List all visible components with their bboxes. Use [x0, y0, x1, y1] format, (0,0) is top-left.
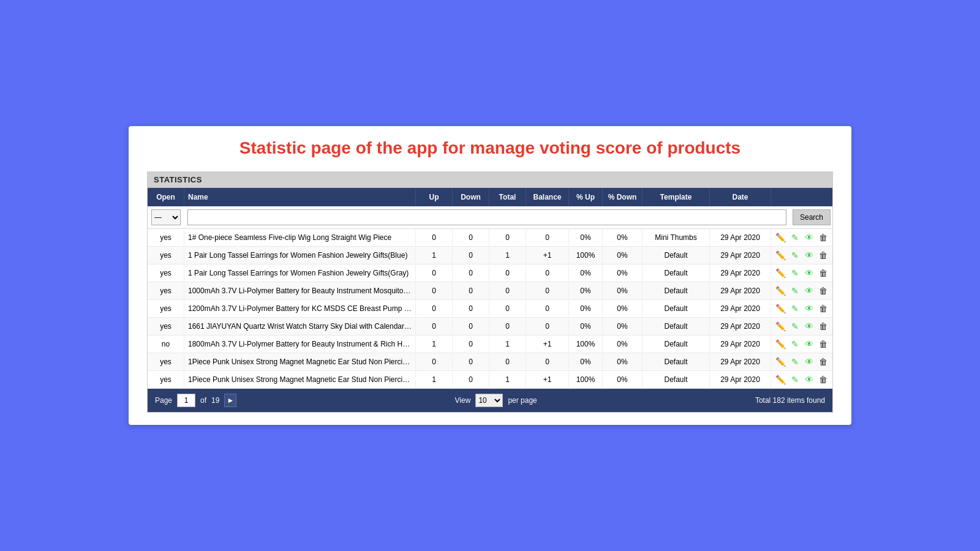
view-icon[interactable]: 👁	[803, 268, 815, 278]
cell-actions: ✏️ ✎ 👁 🗑	[771, 229, 832, 246]
edit-icon[interactable]: ✏️	[775, 321, 786, 331]
cell-open: yes	[148, 372, 184, 388]
cell-pdown: 0%	[603, 230, 643, 246]
cell-template: Default	[643, 372, 710, 388]
table-row: yes 1Piece Punk Unisex Strong Magnet Mag…	[148, 371, 832, 389]
edit-icon[interactable]: ✏️	[775, 250, 786, 260]
name-filter-input[interactable]	[187, 209, 786, 225]
cell-pup: 0%	[569, 230, 603, 246]
open-filter-select[interactable]: — yes no	[151, 209, 181, 225]
cell-total: 1	[489, 336, 526, 352]
cell-up: 0	[416, 301, 453, 317]
th-name: Name	[184, 188, 416, 206]
cell-total: 0	[489, 283, 526, 299]
cell-balance: 0	[526, 354, 569, 370]
edit-icon[interactable]: ✏️	[775, 233, 786, 242]
cell-pup: 0%	[569, 283, 603, 299]
delete-icon[interactable]: 🗑	[817, 321, 829, 331]
cell-pdown: 0%	[603, 301, 643, 317]
edit-icon[interactable]: ✏️	[775, 304, 786, 313]
view-icon[interactable]: 👁	[803, 339, 815, 349]
cell-open: yes	[148, 318, 184, 334]
quick-edit-icon[interactable]: ✎	[789, 339, 801, 349]
table-header: Open Name Up Down Total Balance % Up % D…	[148, 188, 832, 206]
cell-open: yes	[148, 230, 184, 246]
quick-edit-icon[interactable]: ✎	[789, 321, 801, 331]
cell-pdown: 0%	[603, 318, 643, 334]
quick-edit-icon[interactable]: ✎	[789, 268, 801, 278]
edit-icon[interactable]: ✏️	[775, 339, 786, 349]
cell-up: 1	[416, 247, 453, 263]
cell-date: 29 Apr 2020	[710, 265, 771, 281]
next-page-button[interactable]: ►	[224, 394, 236, 407]
edit-icon[interactable]: ✏️	[775, 268, 786, 278]
view-icon[interactable]: 👁	[803, 321, 815, 331]
view-icon[interactable]: 👁	[803, 357, 815, 367]
th-date: Date	[710, 188, 771, 206]
cell-pup: 100%	[569, 336, 603, 352]
quick-edit-icon[interactable]: ✎	[789, 286, 801, 296]
delete-icon[interactable]: 🗑	[817, 357, 829, 367]
edit-icon[interactable]: ✏️	[775, 375, 786, 384]
per-page-label: per page	[508, 396, 537, 405]
cell-open: yes	[148, 354, 184, 370]
delete-icon[interactable]: 🗑	[817, 286, 829, 296]
cell-open: no	[148, 336, 184, 352]
cell-balance: +1	[526, 372, 569, 388]
delete-icon[interactable]: 🗑	[817, 339, 829, 349]
cell-down: 0	[453, 318, 489, 334]
cell-open: yes	[148, 301, 184, 317]
quick-edit-icon[interactable]: ✎	[789, 357, 801, 367]
cell-balance: +1	[526, 336, 569, 352]
cell-actions: ✏️ ✎ 👁 🗑	[771, 318, 832, 335]
table-row: yes 1# One-piece Seamless Five-clip Wig …	[148, 229, 832, 247]
cell-total: 0	[489, 354, 526, 370]
per-page-select[interactable]: 10 25 50	[475, 394, 503, 407]
delete-icon[interactable]: 🗑	[817, 250, 829, 260]
view-icon[interactable]: 👁	[803, 375, 815, 384]
cell-pdown: 0%	[603, 372, 643, 388]
cell-actions: ✏️ ✎ 👁 🗑	[771, 371, 832, 388]
total-pages-of: of	[200, 396, 206, 405]
cell-balance: 0	[526, 318, 569, 334]
quick-edit-icon[interactable]: ✎	[789, 304, 801, 313]
delete-icon[interactable]: 🗑	[817, 375, 829, 384]
cell-up: 0	[416, 230, 453, 246]
cell-template: Default	[643, 301, 710, 317]
quick-edit-icon[interactable]: ✎	[789, 375, 801, 384]
view-icon[interactable]: 👁	[803, 233, 815, 242]
table-row: yes 1 Pair Long Tassel Earrings for Wome…	[148, 247, 832, 264]
edit-icon[interactable]: ✏️	[775, 286, 786, 296]
cell-name: 1 Pair Long Tassel Earrings for Women Fa…	[184, 265, 416, 281]
cell-pdown: 0%	[603, 336, 643, 352]
footer-bar: Page of 19 ► View 10 25 50 per page Tota…	[148, 389, 832, 412]
th-pdown: % Down	[603, 188, 643, 206]
view-icon[interactable]: 👁	[803, 304, 815, 313]
cell-pup: 0%	[569, 318, 603, 334]
cell-name: 1 Pair Long Tassel Earrings for Women Fa…	[184, 247, 416, 263]
delete-icon[interactable]: 🗑	[817, 268, 829, 278]
cell-name: 1800mAh 3.7V Li-Polymer Battery for Beau…	[184, 336, 416, 352]
cell-total: 0	[489, 318, 526, 334]
cell-pup: 0%	[569, 354, 603, 370]
cell-name: 1000mAh 3.7V Li-Polymer Battery for Beau…	[184, 283, 416, 299]
current-page-input[interactable]	[177, 394, 195, 407]
edit-icon[interactable]: ✏️	[775, 357, 786, 367]
page-label: Page	[155, 396, 172, 405]
cell-date: 29 Apr 2020	[710, 318, 771, 334]
th-balance: Balance	[526, 188, 569, 206]
search-button[interactable]: Search	[793, 209, 831, 225]
cell-total: 0	[489, 301, 526, 317]
table-row: yes 1Piece Punk Unisex Strong Magnet Mag…	[148, 353, 832, 371]
cell-balance: 0	[526, 283, 569, 299]
quick-edit-icon[interactable]: ✎	[789, 233, 801, 242]
delete-icon[interactable]: 🗑	[817, 233, 829, 242]
cell-down: 0	[453, 230, 489, 246]
cell-pdown: 0%	[603, 354, 643, 370]
view-icon[interactable]: 👁	[803, 250, 815, 260]
cell-open: yes	[148, 265, 184, 281]
cell-down: 0	[453, 372, 489, 388]
view-icon[interactable]: 👁	[803, 286, 815, 296]
delete-icon[interactable]: 🗑	[817, 304, 829, 313]
quick-edit-icon[interactable]: ✎	[789, 250, 801, 260]
